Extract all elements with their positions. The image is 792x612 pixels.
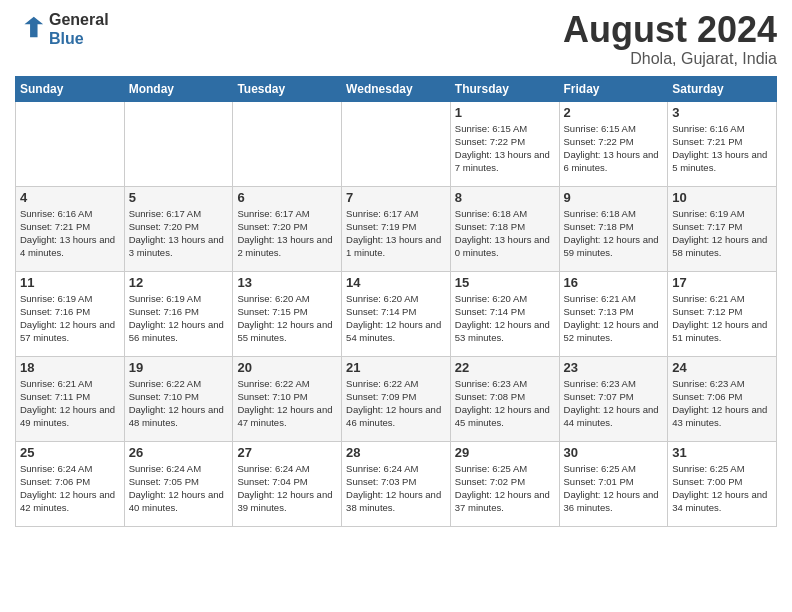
day-number: 24 — [672, 360, 772, 375]
day-number: 5 — [129, 190, 229, 205]
day-header-saturday: Saturday — [668, 76, 777, 101]
day-number: 18 — [20, 360, 120, 375]
logo-blue: Blue — [49, 29, 109, 48]
logo: General Blue — [15, 10, 109, 48]
week-row-3: 11Sunrise: 6:19 AM Sunset: 7:16 PM Dayli… — [16, 271, 777, 356]
calendar-cell — [16, 101, 125, 186]
day-info: Sunrise: 6:15 AM Sunset: 7:22 PM Dayligh… — [455, 122, 555, 175]
day-number: 1 — [455, 105, 555, 120]
day-number: 9 — [564, 190, 664, 205]
day-number: 19 — [129, 360, 229, 375]
calendar-cell: 13Sunrise: 6:20 AM Sunset: 7:15 PM Dayli… — [233, 271, 342, 356]
day-number: 8 — [455, 190, 555, 205]
day-header-monday: Monday — [124, 76, 233, 101]
page-subtitle: Dhola, Gujarat, India — [563, 50, 777, 68]
calendar-cell — [342, 101, 451, 186]
day-info: Sunrise: 6:18 AM Sunset: 7:18 PM Dayligh… — [455, 207, 555, 260]
calendar-cell: 12Sunrise: 6:19 AM Sunset: 7:16 PM Dayli… — [124, 271, 233, 356]
day-info: Sunrise: 6:17 AM Sunset: 7:20 PM Dayligh… — [129, 207, 229, 260]
calendar-cell — [233, 101, 342, 186]
calendar-table: SundayMondayTuesdayWednesdayThursdayFrid… — [15, 76, 777, 527]
calendar-cell: 11Sunrise: 6:19 AM Sunset: 7:16 PM Dayli… — [16, 271, 125, 356]
day-number: 30 — [564, 445, 664, 460]
calendar-cell: 14Sunrise: 6:20 AM Sunset: 7:14 PM Dayli… — [342, 271, 451, 356]
day-number: 15 — [455, 275, 555, 290]
day-header-sunday: Sunday — [16, 76, 125, 101]
day-info: Sunrise: 6:20 AM Sunset: 7:14 PM Dayligh… — [455, 292, 555, 345]
calendar-cell: 20Sunrise: 6:22 AM Sunset: 7:10 PM Dayli… — [233, 356, 342, 441]
day-number: 31 — [672, 445, 772, 460]
calendar-cell: 9Sunrise: 6:18 AM Sunset: 7:18 PM Daylig… — [559, 186, 668, 271]
day-number: 11 — [20, 275, 120, 290]
calendar-cell: 25Sunrise: 6:24 AM Sunset: 7:06 PM Dayli… — [16, 441, 125, 526]
day-info: Sunrise: 6:25 AM Sunset: 7:00 PM Dayligh… — [672, 462, 772, 515]
day-info: Sunrise: 6:22 AM Sunset: 7:10 PM Dayligh… — [237, 377, 337, 430]
calendar-cell: 18Sunrise: 6:21 AM Sunset: 7:11 PM Dayli… — [16, 356, 125, 441]
day-info: Sunrise: 6:23 AM Sunset: 7:06 PM Dayligh… — [672, 377, 772, 430]
calendar-cell — [124, 101, 233, 186]
week-row-2: 4Sunrise: 6:16 AM Sunset: 7:21 PM Daylig… — [16, 186, 777, 271]
day-info: Sunrise: 6:16 AM Sunset: 7:21 PM Dayligh… — [672, 122, 772, 175]
day-info: Sunrise: 6:17 AM Sunset: 7:20 PM Dayligh… — [237, 207, 337, 260]
calendar-cell: 7Sunrise: 6:17 AM Sunset: 7:19 PM Daylig… — [342, 186, 451, 271]
day-number: 12 — [129, 275, 229, 290]
calendar-cell: 2Sunrise: 6:15 AM Sunset: 7:22 PM Daylig… — [559, 101, 668, 186]
logo-icon — [17, 13, 45, 41]
day-info: Sunrise: 6:24 AM Sunset: 7:03 PM Dayligh… — [346, 462, 446, 515]
day-number: 29 — [455, 445, 555, 460]
calendar-cell: 24Sunrise: 6:23 AM Sunset: 7:06 PM Dayli… — [668, 356, 777, 441]
day-info: Sunrise: 6:18 AM Sunset: 7:18 PM Dayligh… — [564, 207, 664, 260]
calendar-cell: 3Sunrise: 6:16 AM Sunset: 7:21 PM Daylig… — [668, 101, 777, 186]
calendar-cell: 22Sunrise: 6:23 AM Sunset: 7:08 PM Dayli… — [450, 356, 559, 441]
day-header-wednesday: Wednesday — [342, 76, 451, 101]
calendar-cell: 17Sunrise: 6:21 AM Sunset: 7:12 PM Dayli… — [668, 271, 777, 356]
day-number: 22 — [455, 360, 555, 375]
calendar-cell: 26Sunrise: 6:24 AM Sunset: 7:05 PM Dayli… — [124, 441, 233, 526]
day-number: 21 — [346, 360, 446, 375]
calendar-cell: 5Sunrise: 6:17 AM Sunset: 7:20 PM Daylig… — [124, 186, 233, 271]
calendar-cell: 28Sunrise: 6:24 AM Sunset: 7:03 PM Dayli… — [342, 441, 451, 526]
calendar-cell: 21Sunrise: 6:22 AM Sunset: 7:09 PM Dayli… — [342, 356, 451, 441]
day-info: Sunrise: 6:22 AM Sunset: 7:10 PM Dayligh… — [129, 377, 229, 430]
day-number: 4 — [20, 190, 120, 205]
day-info: Sunrise: 6:17 AM Sunset: 7:19 PM Dayligh… — [346, 207, 446, 260]
day-info: Sunrise: 6:24 AM Sunset: 7:06 PM Dayligh… — [20, 462, 120, 515]
calendar-cell: 23Sunrise: 6:23 AM Sunset: 7:07 PM Dayli… — [559, 356, 668, 441]
day-number: 2 — [564, 105, 664, 120]
day-info: Sunrise: 6:22 AM Sunset: 7:09 PM Dayligh… — [346, 377, 446, 430]
day-info: Sunrise: 6:19 AM Sunset: 7:16 PM Dayligh… — [20, 292, 120, 345]
calendar-cell: 16Sunrise: 6:21 AM Sunset: 7:13 PM Dayli… — [559, 271, 668, 356]
week-row-5: 25Sunrise: 6:24 AM Sunset: 7:06 PM Dayli… — [16, 441, 777, 526]
day-info: Sunrise: 6:15 AM Sunset: 7:22 PM Dayligh… — [564, 122, 664, 175]
day-number: 25 — [20, 445, 120, 460]
title-block: August 2024 Dhola, Gujarat, India — [563, 10, 777, 68]
week-row-1: 1Sunrise: 6:15 AM Sunset: 7:22 PM Daylig… — [16, 101, 777, 186]
day-info: Sunrise: 6:20 AM Sunset: 7:15 PM Dayligh… — [237, 292, 337, 345]
day-info: Sunrise: 6:20 AM Sunset: 7:14 PM Dayligh… — [346, 292, 446, 345]
calendar-cell: 30Sunrise: 6:25 AM Sunset: 7:01 PM Dayli… — [559, 441, 668, 526]
day-info: Sunrise: 6:23 AM Sunset: 7:08 PM Dayligh… — [455, 377, 555, 430]
calendar-cell: 19Sunrise: 6:22 AM Sunset: 7:10 PM Dayli… — [124, 356, 233, 441]
day-info: Sunrise: 6:24 AM Sunset: 7:04 PM Dayligh… — [237, 462, 337, 515]
day-info: Sunrise: 6:24 AM Sunset: 7:05 PM Dayligh… — [129, 462, 229, 515]
calendar-cell: 1Sunrise: 6:15 AM Sunset: 7:22 PM Daylig… — [450, 101, 559, 186]
day-number: 16 — [564, 275, 664, 290]
day-header-tuesday: Tuesday — [233, 76, 342, 101]
page-title: August 2024 — [563, 10, 777, 50]
day-info: Sunrise: 6:16 AM Sunset: 7:21 PM Dayligh… — [20, 207, 120, 260]
day-header-thursday: Thursday — [450, 76, 559, 101]
calendar-cell: 10Sunrise: 6:19 AM Sunset: 7:17 PM Dayli… — [668, 186, 777, 271]
calendar-cell: 27Sunrise: 6:24 AM Sunset: 7:04 PM Dayli… — [233, 441, 342, 526]
day-number: 6 — [237, 190, 337, 205]
day-info: Sunrise: 6:19 AM Sunset: 7:16 PM Dayligh… — [129, 292, 229, 345]
day-number: 14 — [346, 275, 446, 290]
day-info: Sunrise: 6:25 AM Sunset: 7:01 PM Dayligh… — [564, 462, 664, 515]
day-info: Sunrise: 6:21 AM Sunset: 7:13 PM Dayligh… — [564, 292, 664, 345]
day-number: 23 — [564, 360, 664, 375]
day-number: 17 — [672, 275, 772, 290]
day-number: 26 — [129, 445, 229, 460]
calendar-cell: 29Sunrise: 6:25 AM Sunset: 7:02 PM Dayli… — [450, 441, 559, 526]
day-number: 27 — [237, 445, 337, 460]
calendar-cell: 4Sunrise: 6:16 AM Sunset: 7:21 PM Daylig… — [16, 186, 125, 271]
day-number: 10 — [672, 190, 772, 205]
